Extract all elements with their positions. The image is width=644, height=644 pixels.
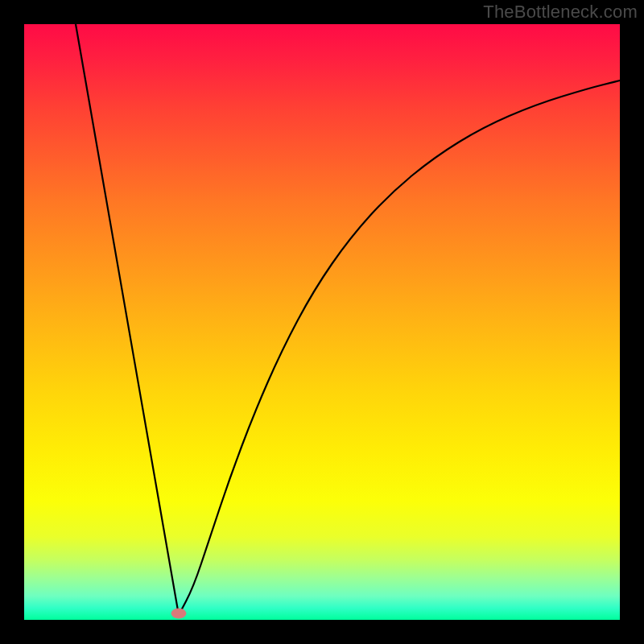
optimum-marker (171, 609, 186, 618)
plot-area (24, 24, 620, 620)
chart-frame: TheBottleneck.com (0, 0, 644, 644)
plot-svg (24, 24, 620, 620)
attribution-text: TheBottleneck.com (483, 2, 638, 23)
bottleneck-curve (76, 24, 620, 615)
